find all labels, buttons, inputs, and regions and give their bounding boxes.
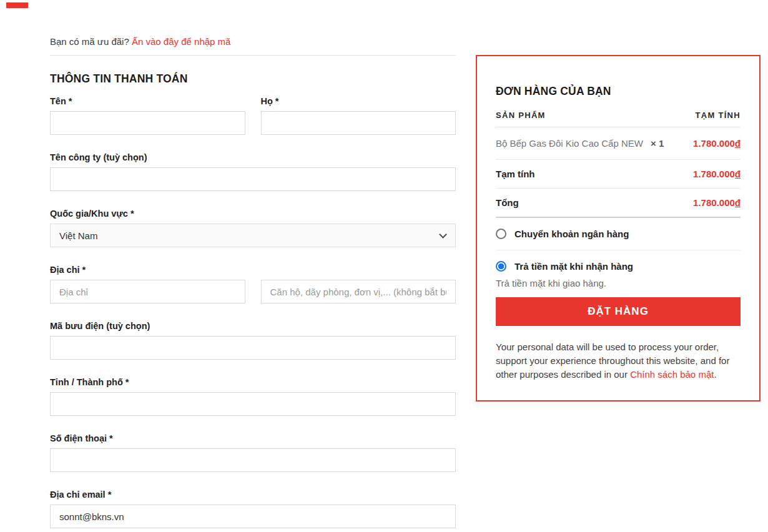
postcode-input[interactable] xyxy=(50,336,456,360)
payment-option-label: Chuyển khoản ngân hàng xyxy=(514,229,629,239)
payment-method-description: Trả tiền mặt khi giao hàng. xyxy=(496,278,741,288)
postcode-label: Mã bưu điện (tuỳ chọn) xyxy=(50,321,456,331)
coupon-toggle-link[interactable]: Ấn vào đây để nhập mã xyxy=(132,36,230,47)
order-item-name-cell: Bộ Bếp Gas Đôi Kio Cao Cấp NEW × 1 xyxy=(496,138,664,149)
subtotal-amount: 1.780.000 xyxy=(693,169,735,179)
coupon-question-text: Bạn có mã ưu đãi? xyxy=(50,36,129,47)
product-subtotal: 1.780.000đ xyxy=(693,138,741,149)
country-select-wrap: Việt Nam xyxy=(50,224,456,247)
payment-option-cod[interactable]: Trả tiền mặt khi nhận hàng xyxy=(496,250,741,278)
address-line2-input[interactable] xyxy=(261,280,456,303)
privacy-notice: Your personal data will be used to proce… xyxy=(496,340,741,382)
company-group: Tên công ty (tuỳ chọn) xyxy=(50,152,456,191)
currency-symbol: đ xyxy=(735,169,741,179)
product-name: Bộ Bếp Gas Đôi Kio Cao Cấp NEW xyxy=(496,138,643,149)
email-input[interactable] xyxy=(50,505,456,528)
address-label: Địa chỉ * xyxy=(50,265,245,275)
currency-symbol: đ xyxy=(735,197,741,208)
radio-checked-icon[interactable] xyxy=(496,261,506,272)
subtotal-label: Tạm tính xyxy=(496,169,535,179)
subtotal-row: Tạm tính 1.780.000đ xyxy=(496,160,741,189)
first-name-label: Tên * xyxy=(50,96,245,106)
phone-label: Số điện thoại * xyxy=(50,433,456,443)
address-line2-group xyxy=(261,265,456,303)
order-table-header: SẢN PHẨM TẠM TÍNH xyxy=(496,111,741,127)
address-row: Địa chỉ * xyxy=(50,265,456,303)
company-input[interactable] xyxy=(50,167,456,191)
radio-unchecked-icon[interactable] xyxy=(496,229,506,239)
billing-form: Tên * Họ * Tên công ty (tuỳ chọn) Quốc g… xyxy=(50,96,456,528)
payment-option-label: Trả tiền mặt khi nhận hàng xyxy=(514,261,633,272)
first-name-input[interactable] xyxy=(50,111,245,135)
first-name-group: Tên * xyxy=(50,96,245,135)
country-group: Quốc gia/Khu vực * Việt Nam xyxy=(50,209,456,247)
last-name-label: Họ * xyxy=(261,96,456,106)
coupon-divider xyxy=(50,55,456,56)
name-row: Tên * Họ * xyxy=(50,96,456,135)
product-quantity: × 1 xyxy=(651,138,664,149)
phone-input[interactable] xyxy=(50,448,456,472)
currency-symbol: đ xyxy=(735,138,741,149)
company-label: Tên công ty (tuỳ chọn) xyxy=(50,152,456,162)
address-line2-label xyxy=(261,265,456,275)
country-select[interactable]: Việt Nam xyxy=(50,224,456,247)
total-label: Tổng xyxy=(496,197,519,208)
city-label: Tỉnh / Thành phố * xyxy=(50,377,456,387)
last-name-group: Họ * xyxy=(261,96,456,135)
subtotal-value: 1.780.000đ xyxy=(693,169,741,179)
top-left-red-marker xyxy=(6,2,28,8)
total-row: Tổng 1.780.000đ xyxy=(496,189,741,218)
checkout-billing-column: Bạn có mã ưu đãi? Ấn vào đây để nhập mã … xyxy=(50,0,456,532)
city-input[interactable] xyxy=(50,392,456,416)
product-subtotal-amount: 1.780.000 xyxy=(693,138,735,149)
billing-section-title: THÔNG TIN THANH TOÁN xyxy=(50,72,456,86)
product-column-header: SẢN PHẨM xyxy=(496,111,546,120)
country-label: Quốc gia/Khu vực * xyxy=(50,209,456,219)
address-line1-group: Địa chỉ * xyxy=(50,265,245,303)
city-group: Tỉnh / Thành phố * xyxy=(50,377,456,416)
email-group: Địa chỉ email * xyxy=(50,490,456,528)
subtotal-column-header: TẠM TÍNH xyxy=(696,111,741,120)
postcode-group: Mã bưu điện (tuỳ chọn) xyxy=(50,321,456,360)
coupon-notice: Bạn có mã ưu đãi? Ấn vào đây để nhập mã xyxy=(50,36,456,47)
total-amount: 1.780.000 xyxy=(693,197,735,208)
privacy-suffix: . xyxy=(714,369,716,380)
place-order-button[interactable]: ĐẶT HÀNG xyxy=(496,297,741,326)
order-item-row: Bộ Bếp Gas Đôi Kio Cao Cấp NEW × 1 1.780… xyxy=(496,127,741,160)
payment-option-bank-transfer[interactable]: Chuyển khoản ngân hàng xyxy=(496,218,741,250)
order-review-panel: ĐƠN HÀNG CỦA BẠN SẢN PHẨM TẠM TÍNH Bộ Bế… xyxy=(476,55,761,401)
total-value: 1.780.000đ xyxy=(693,197,741,208)
last-name-input[interactable] xyxy=(261,111,456,135)
phone-group: Số điện thoại * xyxy=(50,433,456,472)
order-title: ĐƠN HÀNG CỦA BẠN xyxy=(496,85,741,97)
email-label: Địa chỉ email * xyxy=(50,490,456,500)
address-line1-input[interactable] xyxy=(50,280,245,303)
privacy-policy-link[interactable]: Chính sách bảo mật xyxy=(630,369,714,380)
